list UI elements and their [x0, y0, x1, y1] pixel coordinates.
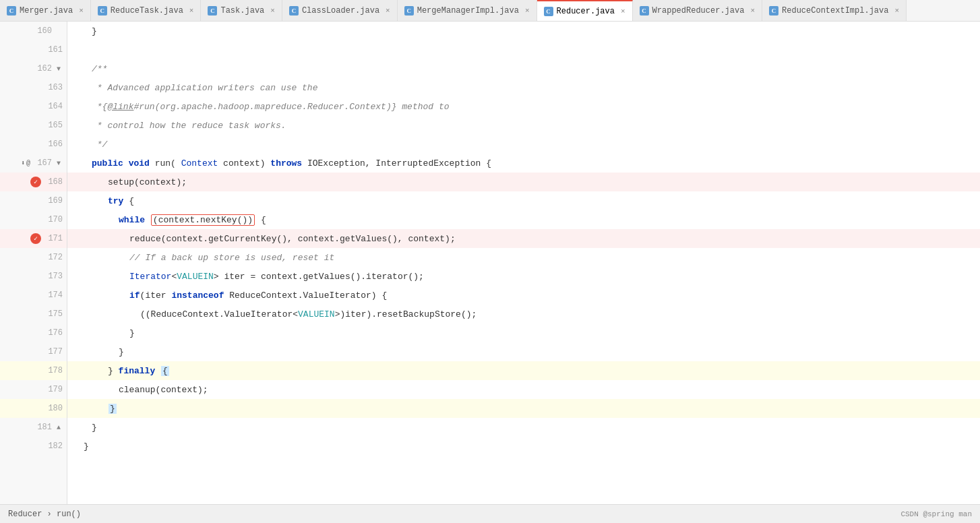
- gutter-line-175: 175: [0, 305, 67, 324]
- gutter-line-180: 180: [0, 399, 67, 418]
- tab-reducer[interactable]: C Reducer.java ×: [537, 0, 633, 21]
- line-number: 169: [44, 196, 63, 206]
- line-number: 176: [44, 328, 63, 338]
- gutter-line-182: 182: [0, 437, 67, 456]
- status-bar: Reducer › run() CSDN @spring man: [0, 504, 980, 523]
- tab-mergemanager[interactable]: C MergeManagerImpl.java ×: [398, 0, 537, 21]
- code-content: // If a back up store is used, reset it: [129, 253, 334, 263]
- code-line-160: }: [67, 22, 980, 40]
- code-line-179: cleanup(context);: [67, 380, 980, 399]
- code-content: }: [75, 441, 89, 452]
- code-content: try {: [108, 196, 134, 206]
- tab-label: ReduceTask.java: [111, 6, 183, 16]
- tab-icon: C: [208, 6, 217, 16]
- tab-reducetask[interactable]: C ReduceTask.java ×: [91, 0, 202, 21]
- code-content: while (context.nextKey()) {: [119, 214, 266, 226]
- line-number: 174: [44, 290, 63, 300]
- line-number: 179: [44, 385, 63, 394]
- gutter-line-172: 172: [0, 248, 67, 267]
- gutter-line-163: 163: [0, 78, 67, 97]
- code-line-173: Iterator<VALUEIN> iter = context.getValu…: [67, 267, 980, 286]
- gutter-line-167: ⬇ @ 167 ▼: [0, 154, 67, 173]
- tab-icon: C: [7, 6, 16, 16]
- code-content: public void run( Context context) throws…: [92, 158, 491, 168]
- code-content: }: [92, 26, 97, 36]
- gutter-line-171: ✓ 171: [0, 229, 67, 248]
- code-content: }: [108, 404, 117, 414]
- code-line-177: }: [67, 342, 980, 361]
- code-line-175: ((ReduceContext.ValueIterator<VALUEIN>)i…: [67, 305, 980, 324]
- code-line-165: * control how the reduce task works.: [67, 116, 980, 135]
- tab-close[interactable]: ×: [621, 7, 625, 16]
- fold-icon[interactable]: ▲: [55, 423, 63, 431]
- line-number: 178: [44, 366, 63, 375]
- line-number: 163: [44, 83, 63, 92]
- tab-close[interactable]: ×: [750, 7, 755, 15]
- fold-icon[interactable]: ▼: [55, 159, 63, 167]
- tab-close[interactable]: ×: [525, 7, 530, 15]
- code-content: setup(context);: [108, 177, 187, 187]
- code-content: cleanup(context);: [119, 385, 208, 395]
- tab-close[interactable]: ×: [386, 7, 390, 15]
- code-content: reduce(context.getCurrentKey(), context.…: [129, 234, 456, 244]
- tab-bar: C Merger.java × C ReduceTask.java × C Ta…: [0, 0, 980, 22]
- line-number: 167: [33, 158, 52, 168]
- editor: 160 161 162 ▼ 163 164 165 166 ⬇: [0, 22, 980, 504]
- tab-label: WrappedReducer.java: [652, 6, 745, 16]
- gutter-line-161: 161: [0, 40, 67, 59]
- tab-icon: C: [404, 6, 414, 16]
- gutter-line-169: 169: [0, 191, 67, 210]
- code-line-172: // If a back up store is used, reset it: [67, 248, 980, 267]
- gutter-line-168: ✓ 168: [0, 173, 67, 191]
- line-number: 180: [44, 404, 63, 413]
- line-number: 168: [44, 177, 63, 187]
- code-line-171: reduce(context.getCurrentKey(), context.…: [67, 229, 980, 248]
- code-line-178: } finally {: [67, 361, 980, 380]
- line-number: 162: [33, 64, 52, 73]
- line-number: 175: [44, 309, 63, 319]
- code-content: *: [92, 102, 102, 112]
- gutter-line-160: 160: [0, 22, 67, 40]
- tab-label: ClassLoader.java: [302, 6, 379, 16]
- tab-label: Merger.java: [20, 6, 73, 16]
- code-content: Iterator<VALUEIN> iter = context.getValu…: [129, 272, 424, 282]
- gutter-line-173: 173: [0, 267, 67, 286]
- line-number: 160: [33, 26, 52, 36]
- tab-label: MergeManagerImpl.java: [417, 6, 519, 16]
- fold-icon[interactable]: ▼: [55, 65, 63, 73]
- tab-close[interactable]: ×: [79, 7, 84, 15]
- gutter-line-165: 165: [0, 116, 67, 135]
- tab-close[interactable]: ×: [894, 7, 899, 15]
- code-line-180: }: [67, 399, 980, 418]
- tab-wrappedreducer[interactable]: C WrappedReducer.java ×: [633, 0, 762, 21]
- override-down-icon: ⬇: [21, 159, 25, 167]
- gutter-line-178: 178: [0, 361, 67, 380]
- line-number: 172: [44, 253, 63, 262]
- code-line-168: setup(context);: [67, 173, 980, 191]
- code-content: * Advanced application writers can use t…: [92, 83, 317, 93]
- breadcrumb: Reducer › run(): [8, 510, 81, 519]
- line-number: 165: [44, 121, 63, 130]
- code-content: }: [119, 347, 124, 357]
- tab-classloader[interactable]: C ClassLoader.java ×: [282, 0, 398, 21]
- code-line-182: }: [67, 437, 980, 456]
- line-number: 170: [44, 215, 63, 224]
- tab-task[interactable]: C Task.java ×: [201, 0, 282, 21]
- at-icon: @: [26, 160, 30, 167]
- gutter-line-170: 170: [0, 210, 67, 229]
- code-content: * control how the reduce task works.: [92, 121, 286, 131]
- code-line-164: * {@link #run(org.apache.hadoop.mapreduc…: [67, 97, 980, 116]
- tab-close[interactable]: ×: [270, 7, 275, 15]
- line-number: 166: [44, 140, 63, 149]
- tab-close[interactable]: ×: [189, 7, 194, 15]
- tab-label: Task.java: [220, 6, 264, 16]
- code-content: /**: [92, 64, 107, 74]
- tab-reducecontext[interactable]: C ReduceContextImpl.java ×: [762, 0, 907, 21]
- line-number: 161: [44, 45, 63, 55]
- line-number: 173: [44, 272, 63, 281]
- status-left: Reducer › run(): [8, 510, 81, 519]
- error-badge-168: ✓: [30, 177, 41, 187]
- tab-merger[interactable]: C Merger.java ×: [0, 0, 91, 21]
- code-content: */: [92, 140, 107, 150]
- gutter-line-179: 179: [0, 380, 67, 399]
